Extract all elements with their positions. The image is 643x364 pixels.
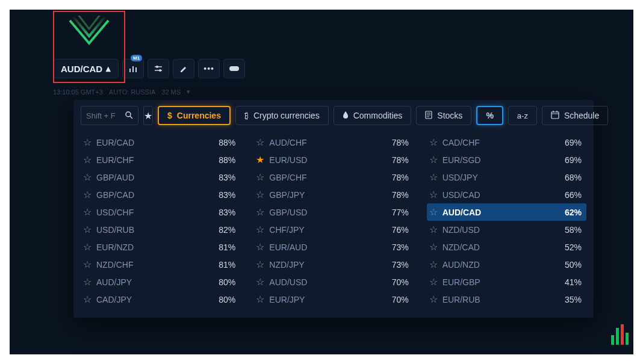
tab-crypto[interactable]: ₿ Crypto currencies (235, 106, 329, 125)
asset-row[interactable]: ☆EUR/NZD81% (81, 238, 240, 256)
symbol-selector-button[interactable]: AUD/CAD ▴ (53, 59, 119, 78)
tab-currencies[interactable]: $ Currencies (158, 106, 231, 125)
star-icon[interactable]: ☆ (429, 241, 443, 253)
asset-row[interactable]: ☆GBP/AUD83% (81, 168, 240, 186)
asset-row[interactable]: ☆AUD/CAD62% (427, 203, 586, 221)
asset-row[interactable]: ★EUR/USD78% (253, 151, 413, 168)
search-icon[interactable] (125, 111, 133, 121)
asset-row[interactable]: ☆CAD/JPY80% (81, 291, 240, 308)
alpha-sort-button[interactable]: a-z (508, 106, 537, 125)
asset-name: USD/RUB (96, 225, 219, 235)
star-icon[interactable]: ☆ (256, 189, 269, 200)
asset-row[interactable]: ☆EUR/CAD88% (81, 134, 240, 151)
asset-percentage: 88% (219, 155, 235, 165)
star-icon[interactable]: ☆ (83, 189, 96, 200)
asset-row[interactable]: ☆AUD/NZD50% (427, 256, 586, 273)
asset-row[interactable]: ☆NZD/JPY73% (253, 256, 413, 273)
asset-row[interactable]: ☆EUR/GBP41% (427, 273, 586, 291)
asset-row[interactable]: ☆EUR/AUD73% (253, 238, 413, 256)
asset-percentage: 52% (565, 242, 582, 252)
star-icon[interactable]: ☆ (429, 259, 443, 270)
tab-commodities[interactable]: Commodities (334, 106, 412, 125)
indicators-button[interactable] (148, 59, 169, 78)
star-icon[interactable]: ☆ (429, 189, 443, 200)
star-icon[interactable]: ☆ (256, 224, 269, 235)
star-icon[interactable]: ☆ (83, 224, 96, 235)
svg-rect-0 (129, 69, 131, 72)
chart-type-button[interactable]: M1 (122, 59, 144, 78)
star-icon[interactable]: ☆ (429, 137, 443, 148)
star-icon[interactable]: ☆ (83, 137, 96, 148)
asset-row[interactable]: ☆GBP/JPY78% (253, 186, 413, 203)
star-icon[interactable]: ☆ (429, 294, 443, 305)
drawing-tools-button[interactable] (173, 59, 194, 78)
asset-row[interactable]: ☆AUD/USD70% (253, 273, 413, 291)
star-icon[interactable]: ☆ (256, 259, 269, 270)
asset-row[interactable]: ☆CHF/JPY76% (253, 221, 413, 238)
star-icon[interactable]: ☆ (256, 171, 269, 183)
brush-icon (179, 64, 188, 73)
star-icon[interactable]: ☆ (83, 259, 96, 270)
bitcoin-icon: ₿ (244, 111, 249, 120)
asset-row[interactable]: ☆NZD/CHF81% (81, 256, 240, 273)
asset-name: GBP/CHF (269, 173, 391, 182)
favorites-filter-button[interactable]: ★ (143, 106, 153, 125)
star-icon[interactable]: ☆ (83, 276, 96, 288)
asset-name: CHF/JPY (269, 225, 391, 235)
asset-name: EUR/AUD (269, 242, 391, 252)
asset-name: NZD/JPY (269, 260, 391, 270)
asset-row[interactable]: ☆USD/RUB82% (81, 221, 240, 238)
star-icon[interactable]: ☆ (256, 137, 269, 148)
asset-name: NZD/USD (443, 225, 565, 235)
star-icon[interactable]: ★ (256, 154, 269, 165)
asset-row[interactable]: ☆GBP/CAD83% (81, 186, 240, 203)
tab-stocks[interactable]: Stocks (416, 106, 471, 125)
percent-sort-button[interactable]: % (476, 106, 503, 125)
star-icon[interactable]: ☆ (83, 171, 96, 183)
star-icon[interactable]: ☆ (83, 241, 96, 253)
star-icon[interactable]: ☆ (429, 171, 443, 183)
asset-row[interactable]: ☆NZD/CAD52% (427, 238, 586, 256)
star-icon[interactable]: ☆ (256, 206, 269, 218)
asset-row[interactable]: ☆EUR/CHF88% (81, 151, 240, 168)
star-icon[interactable]: ☆ (429, 224, 443, 235)
asset-row[interactable]: ☆USD/CHF83% (81, 203, 240, 221)
asset-percentage: 88% (219, 138, 235, 147)
asset-row[interactable]: ☆GBP/USD77% (253, 203, 413, 221)
game-mode-button[interactable] (223, 59, 245, 78)
asset-name: NZD/CHF (96, 260, 219, 270)
asset-row[interactable]: ☆AUD/JPY80% (81, 273, 240, 291)
star-icon[interactable]: ☆ (83, 206, 96, 218)
star-icon[interactable]: ☆ (83, 294, 96, 305)
asset-row[interactable]: ☆EUR/RUB35% (427, 291, 586, 308)
svg-rect-14 (551, 112, 559, 119)
schedule-button[interactable]: Schedule (542, 106, 608, 125)
star-icon[interactable]: ☆ (256, 276, 269, 288)
search-input[interactable] (86, 111, 120, 120)
search-box[interactable] (81, 106, 138, 125)
more-options-button[interactable]: ••• (198, 59, 220, 78)
star-icon[interactable]: ☆ (83, 154, 96, 165)
asset-row[interactable]: ☆USD/JPY68% (427, 168, 586, 186)
star-icon[interactable]: ☆ (256, 294, 269, 305)
star-icon[interactable]: ☆ (256, 241, 269, 253)
asset-row[interactable]: ☆GBP/CHF78% (253, 168, 413, 186)
asset-column: ☆CAD/CHF69%☆EUR/SGD69%☆USD/JPY68%☆USD/CA… (427, 134, 586, 308)
asset-name: AUD/CHF (269, 138, 391, 147)
asset-row[interactable]: ☆AUD/CHF78% (253, 134, 413, 151)
asset-name: EUR/CHF (96, 155, 219, 165)
star-icon[interactable]: ☆ (429, 206, 443, 218)
svg-line-9 (130, 116, 132, 119)
asset-row[interactable]: ☆EUR/JPY70% (253, 291, 413, 308)
asset-percentage: 83% (219, 173, 235, 182)
star-icon: ★ (144, 110, 152, 122)
asset-selector-panel: ★ $ Currencies ₿ Crypto currencies Commo… (73, 100, 594, 318)
asset-row[interactable]: ☆EUR/SGD69% (427, 151, 586, 168)
star-icon[interactable]: ☆ (429, 276, 443, 288)
asset-row[interactable]: ☆NZD/USD58% (427, 221, 586, 238)
asset-row[interactable]: ☆CAD/CHF69% (427, 134, 586, 151)
asset-row[interactable]: ☆USD/CAD66% (427, 186, 586, 203)
asset-name: CAD/JPY (96, 295, 219, 304)
star-icon[interactable]: ☆ (429, 154, 443, 165)
asset-name: EUR/RUB (443, 295, 565, 304)
